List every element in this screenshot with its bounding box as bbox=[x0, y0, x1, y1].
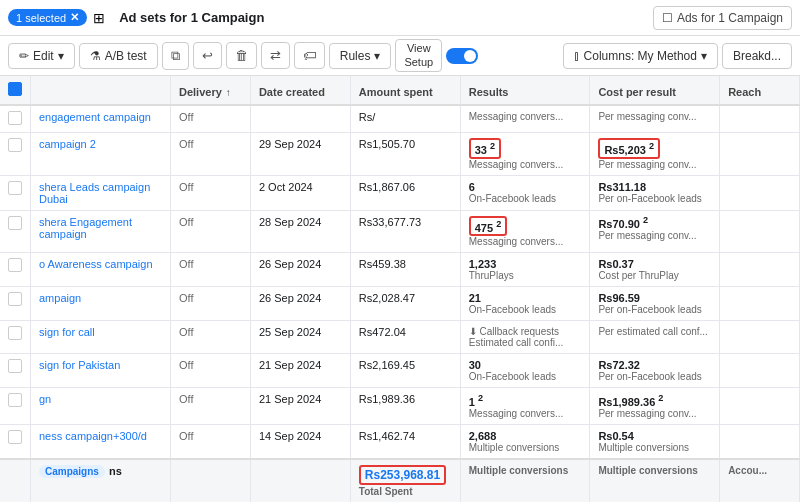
campaign-name-link[interactable]: sign for Pakistan bbox=[39, 359, 162, 371]
results-value: 33 2 bbox=[469, 138, 501, 159]
amount-spent-label: Amount spent bbox=[359, 86, 433, 98]
date-created-cell: 14 Sep 2024 bbox=[250, 424, 350, 459]
campaign-name-link[interactable]: campaign 2 bbox=[39, 138, 162, 150]
delivery-status: Off bbox=[179, 111, 193, 123]
date-created-cell bbox=[250, 105, 350, 133]
edit-button[interactable]: ✏ Edit ▾ bbox=[8, 43, 75, 69]
reach-cell bbox=[720, 388, 800, 425]
tag-button[interactable]: 🏷 bbox=[294, 42, 325, 69]
campaigns-badge: Campaigns bbox=[39, 465, 105, 478]
duplicate-icon: ⧉ bbox=[171, 48, 180, 63]
results-sub: Multiple conversions bbox=[469, 442, 582, 453]
deselect-icon[interactable]: ✕ bbox=[70, 11, 79, 24]
campaign-name-link[interactable]: gn bbox=[39, 393, 162, 405]
row-checkbox[interactable] bbox=[8, 216, 22, 230]
undo-icon: ↩ bbox=[202, 48, 213, 63]
cost-sub: Per messaging conv... bbox=[598, 408, 711, 419]
footer-delivery bbox=[171, 459, 251, 502]
footer-results: Multiple conversions bbox=[460, 459, 590, 502]
reach-cell bbox=[720, 321, 800, 354]
delivery-status: Off bbox=[179, 138, 193, 150]
delivery-status: Off bbox=[179, 181, 193, 193]
campaign-name-link[interactable]: shera Leads campaign Dubai bbox=[39, 181, 162, 205]
campaign-name-link[interactable]: sign for call bbox=[39, 326, 162, 338]
delivery-status: Off bbox=[179, 359, 193, 371]
th-amount-spent[interactable]: Amount spent bbox=[350, 76, 460, 105]
table-row: engagement campaignOffRs/Messaging conve… bbox=[0, 105, 800, 133]
header-checkbox[interactable] bbox=[8, 82, 22, 96]
rules-label: Rules bbox=[340, 49, 371, 63]
row-checkbox[interactable] bbox=[8, 292, 22, 306]
amount-spent-cell: Rs1,989.36 bbox=[350, 388, 460, 425]
footer-reach: Accou... bbox=[720, 459, 800, 502]
th-results[interactable]: Results bbox=[460, 76, 590, 105]
cost-per-result-cell: Rs96.59Per on-Facebook leads bbox=[590, 287, 720, 321]
campaign-name-link[interactable]: ness campaign+300/d bbox=[39, 430, 162, 442]
row-checkbox[interactable] bbox=[8, 430, 22, 444]
results-sub: ThruPlays bbox=[469, 270, 582, 281]
edit-label: Edit bbox=[33, 49, 54, 63]
results-value: 475 2 bbox=[469, 216, 508, 237]
table-container: Delivery ↑ Date created Amount spent Res… bbox=[0, 76, 800, 502]
table-row: shera Leads campaign DubaiOff2 Oct 2024R… bbox=[0, 175, 800, 210]
reach-cell bbox=[720, 354, 800, 388]
cost-value: Rs1,989.36 2 bbox=[598, 396, 663, 408]
breakdown-button[interactable]: Breakd... bbox=[722, 43, 792, 69]
duplicate-button[interactable]: ⧉ bbox=[162, 42, 189, 70]
cost-sub: Per messaging conv... bbox=[598, 159, 711, 170]
ads-campaign-label: Ads for 1 Campaign bbox=[677, 11, 783, 25]
results-cell: 1 2Messaging convers... bbox=[460, 388, 590, 425]
table-footer-row: Campaigns ns Rs253,968.81 Total Spent Mu… bbox=[0, 459, 800, 502]
cost-per-result-cell: Rs311.18Per on-Facebook leads bbox=[590, 175, 720, 210]
campaign-name-link[interactable]: engagement campaign bbox=[39, 111, 162, 123]
th-delivery[interactable]: Delivery ↑ bbox=[171, 76, 251, 105]
delete-button[interactable]: 🗑 bbox=[226, 42, 257, 69]
table-row: ampaignOff26 Sep 2024Rs2,028.4721On-Face… bbox=[0, 287, 800, 321]
rules-button[interactable]: Rules ▾ bbox=[329, 43, 392, 69]
ab-icon: ⚗ bbox=[90, 49, 101, 63]
row-checkbox[interactable] bbox=[8, 393, 22, 407]
toggle-switch[interactable] bbox=[446, 48, 478, 64]
undo-button[interactable]: ↩ bbox=[193, 42, 222, 69]
ab-label: A/B test bbox=[105, 49, 147, 63]
reach-label: Reach bbox=[728, 86, 761, 98]
view-setup-button[interactable]: View Setup bbox=[395, 39, 442, 71]
move-button[interactable]: ⇄ bbox=[261, 42, 290, 69]
th-cost-per-result[interactable]: Cost per result bbox=[590, 76, 720, 105]
selected-badge[interactable]: 1 selected ✕ bbox=[8, 9, 87, 26]
cost-per-result-label: Cost per result bbox=[598, 86, 676, 98]
th-checkbox[interactable] bbox=[0, 76, 31, 105]
edit-icon: ✏ bbox=[19, 49, 29, 63]
row-checkbox[interactable] bbox=[8, 326, 22, 340]
campaign-name-link[interactable]: ampaign bbox=[39, 292, 162, 304]
ads-for-campaign-btn[interactable]: ☐ Ads for 1 Campaign bbox=[653, 6, 792, 30]
results-cell: 2,688Multiple conversions bbox=[460, 424, 590, 459]
columns-button[interactable]: ⫿ Columns: My Method ▾ bbox=[563, 43, 718, 69]
row-checkbox[interactable] bbox=[8, 258, 22, 272]
cost-per-result-cell: Rs70.90 2Per messaging conv... bbox=[590, 210, 720, 253]
results-label: Results bbox=[469, 86, 509, 98]
cost-value: Rs5,203 2 bbox=[598, 138, 660, 159]
row-checkbox[interactable] bbox=[8, 181, 22, 195]
total-label: Total Spent bbox=[359, 486, 413, 497]
row-checkbox[interactable] bbox=[8, 138, 22, 152]
amount-spent-cell: Rs1,867.06 bbox=[350, 175, 460, 210]
cost-sub: Per on-Facebook leads bbox=[598, 193, 711, 204]
date-created-cell: 21 Sep 2024 bbox=[250, 388, 350, 425]
campaign-name-link[interactable]: o Awareness campaign bbox=[39, 258, 162, 270]
th-date-created[interactable]: Date created bbox=[250, 76, 350, 105]
toolbar: ✏ Edit ▾ ⚗ A/B test ⧉ ↩ 🗑 ⇄ 🏷 Rules ▾ Vi… bbox=[0, 36, 800, 76]
delivery-status: Off bbox=[179, 326, 193, 338]
delivery-status: Off bbox=[179, 393, 193, 405]
amount-spent-cell: Rs2,028.47 bbox=[350, 287, 460, 321]
results-cell: 475 2Messaging convers... bbox=[460, 210, 590, 253]
campaign-name-link[interactable]: shera Engagement campaign bbox=[39, 216, 162, 240]
date-created-cell: 2 Oct 2024 bbox=[250, 175, 350, 210]
row-checkbox[interactable] bbox=[8, 359, 22, 373]
row-checkbox[interactable] bbox=[8, 111, 22, 125]
table-row: ness campaign+300/dOff14 Sep 2024Rs1,462… bbox=[0, 424, 800, 459]
ab-test-button[interactable]: ⚗ A/B test bbox=[79, 43, 158, 69]
date-created-cell: 25 Sep 2024 bbox=[250, 321, 350, 354]
th-name[interactable] bbox=[31, 76, 171, 105]
th-reach[interactable]: Reach bbox=[720, 76, 800, 105]
